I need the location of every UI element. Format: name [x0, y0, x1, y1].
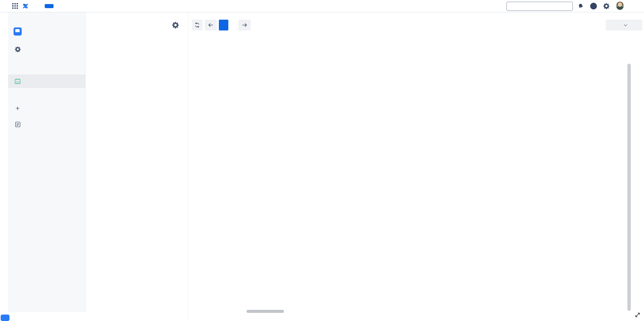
gear-icon	[603, 3, 610, 9]
settings-button[interactable]	[602, 2, 610, 10]
sidebar-item-pages[interactable]	[14, 120, 26, 128]
day-header	[244, 38, 644, 47]
app-switcher-button[interactable]	[11, 2, 19, 10]
gear-icon	[14, 45, 22, 53]
pages-icon	[14, 120, 22, 128]
confluence-app: +	[0, 0, 644, 321]
top-navbar	[0, 0, 644, 12]
space-logo-peek	[1, 315, 9, 321]
app-grid-icon	[12, 3, 18, 9]
notifications-button[interactable]	[577, 2, 585, 10]
help-icon	[590, 3, 597, 9]
search-input[interactable]	[512, 4, 573, 9]
plus-icon: +	[14, 104, 22, 112]
space-header[interactable]	[14, 27, 26, 36]
resize-diagonal-icon	[634, 312, 641, 318]
create-button[interactable]	[45, 4, 54, 8]
help-button[interactable]	[589, 2, 598, 10]
profile-button[interactable]	[616, 2, 624, 10]
calendar-grid	[188, 12, 644, 321]
horizontal-scrollbar[interactable]	[247, 310, 284, 313]
vertical-scrollbar[interactable]	[627, 64, 631, 311]
space-calendar-row	[14, 77, 26, 85]
search-box[interactable]	[506, 2, 573, 11]
gear-icon	[172, 21, 179, 29]
confluence-logo[interactable]	[22, 2, 31, 10]
space-sidebar: +	[8, 12, 86, 312]
calendars-panel	[86, 12, 188, 321]
space-avatar-icon	[14, 27, 22, 36]
bell-icon	[578, 3, 584, 9]
confluence-logo-icon	[22, 2, 29, 10]
sidebar-item-add-shortcut[interactable]: +	[14, 104, 26, 112]
user-avatar	[616, 1, 624, 10]
calendar-icon	[14, 77, 22, 85]
sidebar-item-space-settings[interactable]	[14, 45, 26, 53]
resize-handle[interactable]	[634, 312, 641, 320]
calendars-settings-button[interactable]	[172, 21, 179, 29]
calendar-main	[188, 12, 644, 321]
sidebar-item-space-calendar[interactable]	[8, 74, 86, 88]
